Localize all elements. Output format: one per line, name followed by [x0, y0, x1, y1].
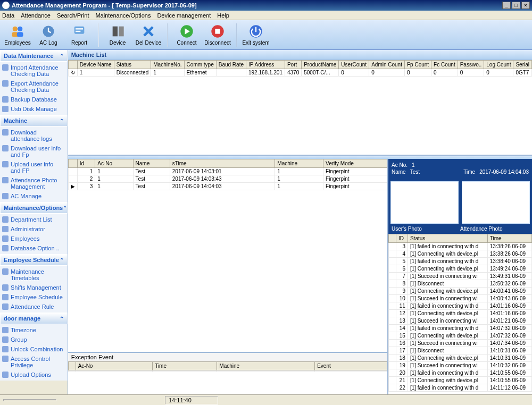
column-header[interactable]: IP Address: [246, 61, 285, 69]
sidebar-item[interactable]: Unlock Combination: [0, 344, 68, 354]
column-header[interactable]: Ac-No: [95, 159, 133, 168]
column-header[interactable]: Fc Count: [431, 61, 458, 69]
sidebar-item[interactable]: Import Attendance Checking Data: [0, 63, 68, 79]
disconnect-button[interactable]: Disconnect: [203, 22, 232, 48]
column-header[interactable]: Device Name: [77, 61, 114, 69]
sidebar-group-header[interactable]: door manage⌃: [0, 313, 68, 324]
employees-button[interactable]: Employees: [3, 22, 32, 48]
menu-data[interactable]: Data: [2, 12, 14, 19]
column-header[interactable]: Status: [408, 234, 487, 243]
aclog-button[interactable]: AC Log: [34, 22, 63, 48]
del-device-button[interactable]: Del Device: [134, 22, 163, 48]
table-row[interactable]: 3[1] failed in connecting with d13:38:26…: [389, 243, 532, 250]
sidebar-item[interactable]: Shifts Management: [0, 283, 68, 292]
table-row[interactable]: 18[1] Connecting with device,pl14:10:31 …: [389, 355, 532, 362]
sidebar-item[interactable]: AC Manage: [0, 191, 68, 201]
column-header[interactable]: Time: [153, 362, 217, 370]
sidebar-item[interactable]: Backup Database: [0, 95, 68, 104]
column-header[interactable]: UserCount: [339, 61, 369, 69]
column-header[interactable]: MachineNo.: [151, 61, 184, 69]
table-row[interactable]: 12[1] Connecting with device,pl14:01:16 …: [389, 310, 532, 317]
menu-maintenance[interactable]: Maintenance/Options: [95, 12, 151, 19]
table-row[interactable]: 22[1] failed in connecting with d14:11:1…: [389, 384, 532, 392]
menu-search-print[interactable]: Search/Print: [57, 12, 89, 19]
connect-button[interactable]: Connect: [172, 22, 201, 48]
column-header[interactable]: Time: [487, 234, 531, 243]
table-row[interactable]: 4[1] Connecting with device,pl13:38:26 0…: [389, 250, 532, 258]
sidebar-item[interactable]: Database Option ..: [0, 243, 68, 253]
sidebar-item[interactable]: Export Attendance Checking Data: [0, 79, 68, 95]
sidebar-item[interactable]: Timezone: [0, 325, 68, 335]
sidebar-group-header[interactable]: Employee Schedule⌃: [0, 254, 68, 266]
exception-grid[interactable]: Ac-NoTimeMachineEvent: [68, 361, 387, 372]
column-header[interactable]: Log Count: [484, 61, 513, 69]
table-row[interactable]: ▶31Test2017-06-09 14:04:031Fingerpint: [68, 183, 387, 190]
maximize-button[interactable]: □: [512, 2, 520, 9]
table-row[interactable]: 21Test2017-06-09 14:03:431Fingerpint: [68, 175, 387, 183]
sidebar-item[interactable]: Access Control Privilege: [0, 354, 68, 370]
column-header[interactable]: Id: [77, 159, 95, 168]
column-header[interactable]: Fp Count: [404, 61, 431, 69]
sidebar-item[interactable]: Group: [0, 335, 68, 344]
table-row[interactable]: ↻1Disconnected1Ethernet192.168.1.2014370…: [68, 69, 531, 77]
sidebar-item[interactable]: Download user info and Fp: [0, 144, 68, 159]
column-header[interactable]: Event: [315, 362, 387, 370]
minimize-button[interactable]: _: [502, 2, 511, 9]
status-log-grid[interactable]: IDStatusTime3[1] failed in connecting wi…: [388, 234, 532, 394]
exit-button[interactable]: Exit system: [242, 22, 270, 48]
table-row[interactable]: 14[1] failed in connecting with d14:07:3…: [389, 325, 532, 332]
column-header[interactable]: Baud Rate: [216, 61, 246, 69]
sidebar-item[interactable]: Download attendance logs: [0, 128, 68, 144]
report-button[interactable]: Report: [65, 22, 94, 48]
table-row[interactable]: 16[1] Succeed in connecting wi14:07:34 0…: [389, 340, 532, 347]
column-header[interactable]: ID: [396, 234, 408, 243]
menu-help[interactable]: Help: [217, 12, 229, 19]
menu-device-mgmt[interactable]: Device management: [157, 12, 211, 19]
table-row[interactable]: 7[1] Succeed in connecting wi13:49:31 06…: [389, 273, 532, 280]
table-row[interactable]: 13[1] Succeed in connecting wi14:01:21 0…: [389, 317, 532, 325]
sidebar-item[interactable]: Administrator: [0, 224, 68, 234]
table-row[interactable]: 17[1] Disconnect14:10:31 06-09: [389, 347, 532, 355]
column-header[interactable]: Port: [285, 61, 301, 69]
sidebar-item[interactable]: Employees: [0, 234, 68, 243]
sidebar-item[interactable]: Department List: [0, 215, 68, 224]
column-header[interactable]: sTime: [170, 159, 275, 168]
column-header[interactable]: Admin Count: [369, 61, 405, 69]
sidebar-item[interactable]: Upload user info and FP: [0, 159, 68, 175]
sidebar-item[interactable]: Upload Options: [0, 370, 68, 379]
refresh-icon[interactable]: ↻: [68, 69, 77, 77]
sidebar-item[interactable]: Usb Disk Manage: [0, 104, 68, 114]
column-header[interactable]: Name: [133, 159, 170, 168]
column-header[interactable]: Ac-No: [76, 362, 153, 370]
table-row[interactable]: 11[1] failed in connecting with d14:01:1…: [389, 302, 532, 310]
sidebar-item[interactable]: Attendance Photo Management: [0, 175, 68, 191]
table-row[interactable]: 21[1] Connecting with device,pl14:10:55 …: [389, 377, 532, 384]
sidebar-group-header[interactable]: Machine⌃: [0, 115, 68, 126]
column-header[interactable]: Machine: [275, 159, 323, 168]
table-row[interactable]: 20[1] failed in connecting with d14:10:5…: [389, 369, 532, 377]
attendance-log-grid[interactable]: IdAc-NoNamesTimeMachineVerify Mode11Test…: [68, 159, 387, 352]
table-row[interactable]: 11Test2017-06-09 14:03:011Fingerpint: [68, 168, 387, 175]
table-row[interactable]: 6[1] Connecting with device,pl13:49:24 0…: [389, 265, 532, 273]
table-row[interactable]: 15[1] Connecting with device,pl14:07:32 …: [389, 332, 532, 340]
table-row[interactable]: 5[1] failed in connecting with d13:38:40…: [389, 258, 532, 265]
device-grid[interactable]: Device NameStatusMachineNo.Comm typeBaud…: [68, 60, 532, 156]
sidebar-group-header[interactable]: Data Maintenance⌃: [0, 50, 68, 62]
column-header[interactable]: Comm type: [184, 61, 216, 69]
device-button[interactable]: Device: [103, 22, 132, 48]
close-button[interactable]: ×: [521, 2, 530, 9]
column-header[interactable]: Status: [114, 61, 151, 69]
sidebar-item[interactable]: Employee Schedule: [0, 292, 68, 302]
table-row[interactable]: 8[1] Disconnect13:50:32 06-09: [389, 280, 532, 288]
table-row[interactable]: [68, 370, 387, 372]
column-header[interactable]: Machine: [217, 362, 315, 370]
sidebar-item[interactable]: Maintenance Timetables: [0, 267, 68, 283]
column-header[interactable]: Passwo..: [458, 61, 484, 69]
menu-attendance[interactable]: Attendance: [21, 12, 51, 19]
column-header[interactable]: ProductName: [302, 61, 339, 69]
table-row[interactable]: 10[1] Succeed in connecting wi14:00:43 0…: [389, 295, 532, 302]
sidebar-group-header[interactable]: Maintenance/Options⌃: [0, 202, 68, 214]
table-row[interactable]: 9[1] Connecting with device,pl14:00:41 0…: [389, 288, 532, 295]
column-header[interactable]: Verify Mode: [323, 159, 387, 168]
column-header[interactable]: Serial: [513, 61, 532, 69]
